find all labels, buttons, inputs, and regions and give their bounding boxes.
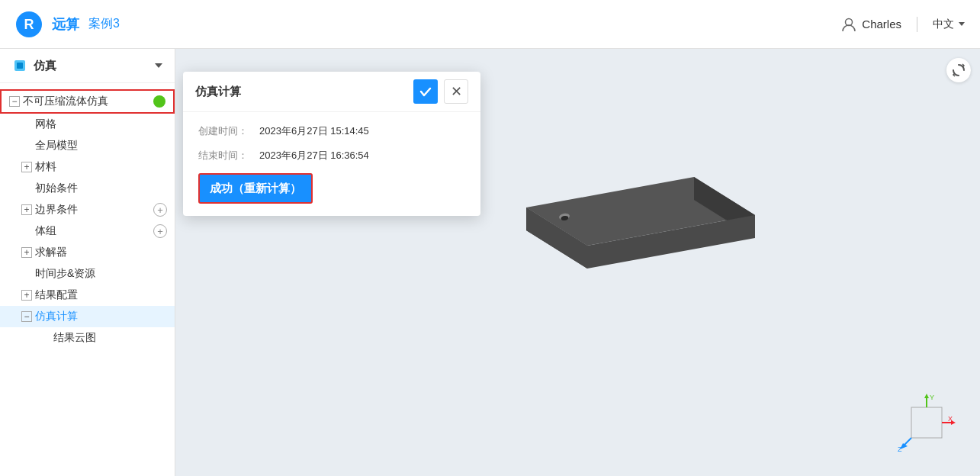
svg-text:R: R <box>24 17 34 32</box>
expand-spacer-result-cloud <box>40 333 50 343</box>
logo-area: R 远算 案例3 <box>15 11 120 38</box>
username: Charles <box>862 18 901 31</box>
add-boundary-icon[interactable]: + <box>153 203 167 217</box>
app-header: R 远算 案例3 Charles 中文 <box>0 0 980 49</box>
header-right: Charles 中文 <box>840 16 965 33</box>
lang-selector[interactable]: 中文 <box>933 18 965 31</box>
expand-icon-simulation-compute[interactable]: − <box>21 311 32 322</box>
dialog-header: 仿真计算 ✕ <box>183 72 480 112</box>
sidebar-label-solver: 求解器 <box>35 246 167 259</box>
lang-chevron-icon <box>959 22 965 26</box>
user-icon <box>840 16 857 33</box>
sidebar-item-global-model[interactable]: 全局模型 <box>0 135 175 156</box>
dialog-confirm-button[interactable] <box>413 79 438 104</box>
viewport: Y X Z 仿真计算 <box>175 49 980 476</box>
sidebar-label-materials: 材料 <box>35 160 167 174</box>
refresh-icon <box>952 63 966 77</box>
simulation-dialog: 仿真计算 ✕ 创建时间： 2023年6月27日 <box>183 72 480 216</box>
expand-icon-materials[interactable]: + <box>21 162 32 172</box>
end-time-row: 结束时间： 2023年6月27日 16:36:54 <box>198 149 465 162</box>
sidebar-label-result-cloud: 结果云图 <box>53 331 167 345</box>
sidebar-header: 仿真 <box>0 49 175 83</box>
svg-point-2 <box>846 18 853 25</box>
recompute-button[interactable]: 成功（重新计算） <box>198 173 313 204</box>
dialog-body: 创建时间： 2023年6月27日 15:14:45 结束时间： 2023年6月2… <box>183 112 480 216</box>
expand-spacer-global <box>21 140 32 151</box>
sidebar-label-global-model: 全局模型 <box>35 139 167 153</box>
sidebar-item-result-config[interactable]: + 结果配置 <box>0 285 175 306</box>
sidebar-item-mesh[interactable]: 网格 <box>0 114 175 135</box>
sidebar-item-incompressible[interactable]: − 不可压缩流体仿真 <box>0 89 175 114</box>
sidebar-label-initial-conditions: 初始条件 <box>35 182 167 195</box>
checkmark-icon <box>419 85 432 98</box>
expand-icon-boundary[interactable]: + <box>21 204 32 215</box>
sidebar-label-body-groups: 体组 <box>35 224 153 238</box>
status-badge-incompressible <box>153 95 165 108</box>
svg-text:Z: Z <box>898 445 902 453</box>
sidebar-label-simulation-compute: 仿真计算 <box>35 310 167 323</box>
sidebar-label-time-resources: 时间步&资源 <box>35 267 167 281</box>
svg-rect-11 <box>911 407 942 438</box>
sidebar-title: 仿真 <box>34 59 149 73</box>
logo-text: 远算 <box>52 15 79 34</box>
expand-spacer-initial <box>21 183 32 194</box>
sidebar-item-simulation-compute[interactable]: − 仿真计算 <box>0 306 175 327</box>
sidebar-icon <box>12 58 27 73</box>
create-time-label: 创建时间： <box>198 124 259 138</box>
dialog-title: 仿真计算 <box>195 85 407 99</box>
add-body-icon[interactable]: + <box>153 224 167 238</box>
expand-icon-solver[interactable]: + <box>21 247 32 258</box>
sidebar-label-boundary-conditions: 边界条件 <box>35 203 153 217</box>
3d-object <box>465 162 770 330</box>
sidebar-label-incompressible: 不可压缩流体仿真 <box>23 95 153 108</box>
sidebar-item-body-groups[interactable]: 体组 + <box>0 220 175 242</box>
create-time-value: 2023年6月27日 15:14:45 <box>259 124 369 138</box>
create-time-row: 创建时间： 2023年6月27日 15:14:45 <box>198 124 465 138</box>
user-area[interactable]: Charles <box>840 16 901 33</box>
svg-marker-13 <box>924 394 929 398</box>
expand-spacer-time <box>21 269 32 279</box>
sidebar-content: − 不可压缩流体仿真 网格 全局模型 + 材料 初始条件 <box>0 83 175 476</box>
sidebar: 仿真 − 不可压缩流体仿真 网格 全局模型 + 材料 <box>0 49 175 476</box>
main-layout: 仿真 − 不可压缩流体仿真 网格 全局模型 + 材料 <box>0 49 980 476</box>
expand-icon-incompressible[interactable]: − <box>9 96 20 107</box>
svg-rect-4 <box>17 63 23 69</box>
sidebar-item-initial-conditions[interactable]: 初始条件 <box>0 178 175 199</box>
sidebar-item-materials[interactable]: + 材料 <box>0 156 175 178</box>
svg-text:X: X <box>948 415 953 423</box>
end-time-value: 2023年6月27日 16:36:54 <box>259 149 369 162</box>
sidebar-item-solver[interactable]: + 求解器 <box>0 242 175 263</box>
end-time-label: 结束时间： <box>198 149 259 162</box>
expand-spacer-mesh <box>21 119 32 130</box>
case-label: 案例3 <box>88 16 120 32</box>
sidebar-label-result-config: 结果配置 <box>35 288 167 302</box>
close-icon: ✕ <box>451 83 462 100</box>
header-divider <box>917 17 917 32</box>
viewport-refresh-button[interactable] <box>946 58 971 82</box>
svg-text:Y: Y <box>930 394 934 401</box>
lang-label: 中文 <box>933 18 954 31</box>
dialog-close-button[interactable]: ✕ <box>444 79 468 104</box>
axis-indicator: Y X Z <box>896 392 957 453</box>
content-area: Y X Z 仿真计算 <box>175 49 980 476</box>
sidebar-label-mesh: 网格 <box>35 117 167 131</box>
expand-icon-result-config[interactable]: + <box>21 290 32 301</box>
logo-icon: R <box>15 11 43 38</box>
sidebar-item-boundary-conditions[interactable]: + 边界条件 + <box>0 199 175 220</box>
sidebar-dropdown-icon[interactable] <box>155 63 162 68</box>
expand-spacer-body <box>21 226 32 236</box>
sidebar-item-result-cloud[interactable]: 结果云图 <box>0 327 175 349</box>
sidebar-item-time-resources[interactable]: 时间步&资源 <box>0 263 175 285</box>
recompute-label: 成功（重新计算） <box>210 182 301 196</box>
